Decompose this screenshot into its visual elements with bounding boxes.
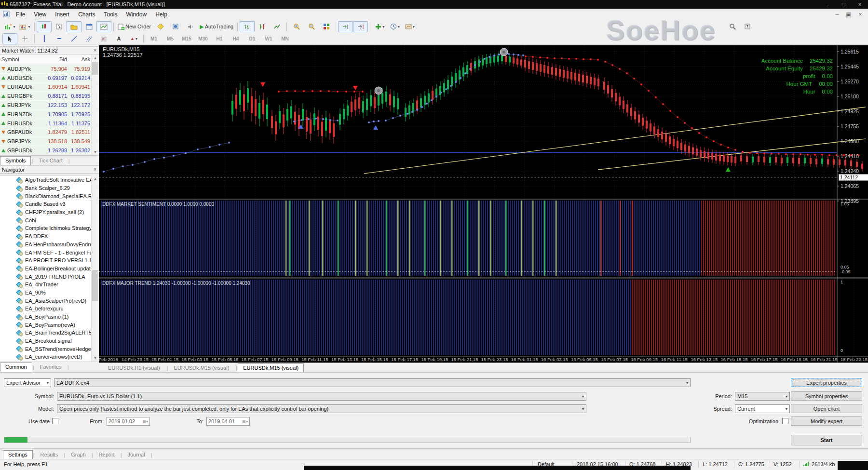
- tile-windows-button[interactable]: [319, 21, 334, 32]
- tab-tick-chart[interactable]: Tick Chart: [33, 156, 68, 165]
- publish-icon[interactable]: [740, 21, 755, 32]
- timeframe-m30[interactable]: M30: [195, 33, 211, 44]
- use-date-checkbox[interactable]: [52, 418, 58, 424]
- cursor-tool[interactable]: [2, 33, 17, 44]
- tester-type-select[interactable]: Expert Advisor▾: [4, 378, 51, 387]
- table-row[interactable]: EURAUDk1.609141.60941: [0, 83, 92, 92]
- bar-chart-button[interactable]: [240, 21, 255, 32]
- market-watch-toggle[interactable]: [37, 21, 52, 32]
- horizontal-line-tool[interactable]: ━: [52, 33, 67, 44]
- navigator-item[interactable]: EA_90%: [0, 289, 92, 297]
- tester-tab-settings[interactable]: Settings: [3, 450, 33, 459]
- search-icon[interactable]: [725, 21, 740, 32]
- new-chart-button[interactable]: + ▾: [2, 21, 17, 32]
- start-button[interactable]: Start: [791, 435, 862, 445]
- navigator-item[interactable]: BlackDiamond_SpecialEA.Real: [0, 192, 92, 200]
- timeframe-m1[interactable]: M1: [146, 33, 162, 44]
- expert-properties-button[interactable]: Expert properties: [791, 378, 862, 387]
- menu-item-window[interactable]: Window: [122, 9, 151, 20]
- navigator-item[interactable]: EA_BoyPasmo (1): [0, 313, 92, 321]
- navigator-scrollbar[interactable]: ▲ ▼: [91, 175, 99, 362]
- timeframe-m15[interactable]: M15: [178, 33, 195, 44]
- periods-button[interactable]: ▾: [387, 21, 402, 32]
- tester-tab-report[interactable]: Report: [94, 450, 120, 459]
- table-row[interactable]: GBPJPYk138.518138.549: [0, 137, 92, 146]
- symbol-combo[interactable]: EURUSDk, Euro vs US Dollar (1.1)▾: [57, 392, 586, 401]
- navigator-item[interactable]: EA DDFX: [0, 232, 92, 241]
- tester-tab-journal[interactable]: Journal: [122, 450, 150, 459]
- menu-item-tools[interactable]: Tools: [100, 9, 122, 20]
- navigator-item[interactable]: CHFJPY.parallax_sell (2): [0, 208, 92, 216]
- text-tool[interactable]: A: [111, 33, 126, 44]
- auto-scroll-button[interactable]: [338, 21, 353, 32]
- timeframe-mn[interactable]: MN: [277, 33, 293, 44]
- arrows-tool[interactable]: ▲▾: [126, 33, 141, 44]
- navigator-item[interactable]: EA HM SEF - 1 - Bengkel Forex -: [0, 248, 92, 256]
- spread-combo[interactable]: Current▾: [735, 404, 790, 413]
- zoom-out-button[interactable]: [304, 21, 319, 32]
- profiles-button[interactable]: ▾: [17, 21, 32, 32]
- terminal-toggle[interactable]: [81, 21, 96, 32]
- line-chart-button[interactable]: [270, 21, 285, 32]
- from-date-field[interactable]: 2019.01.02▦▾: [107, 417, 150, 426]
- navigator-item[interactable]: EA_AsiaScalperPro(revD): [0, 296, 92, 305]
- chart-shift-button[interactable]: [353, 21, 368, 32]
- child-minimize-button[interactable]: –: [831, 11, 843, 18]
- timeframe-h1[interactable]: H1: [211, 33, 228, 44]
- model-combo[interactable]: Open prices only (fastest method to anal…: [57, 404, 586, 413]
- navigator-item[interactable]: EA_BoyPasmo(revA): [0, 321, 92, 329]
- expert-advisors-button[interactable]: [168, 21, 183, 32]
- table-row[interactable]: AUDJPYk75.90475.919: [0, 65, 92, 74]
- zoom-in-button[interactable]: [289, 21, 304, 32]
- market-watch-scrollbar[interactable]: ▲ ▼: [91, 54, 99, 156]
- autotrading-button[interactable]: ▶ AutoTrading: [198, 21, 235, 32]
- market-watch-close-icon[interactable]: ×: [94, 48, 96, 53]
- templates-button[interactable]: ▾: [402, 21, 417, 32]
- column-header-ask[interactable]: Ask: [68, 56, 92, 62]
- timeframe-d1[interactable]: D1: [244, 33, 260, 44]
- menu-item-file[interactable]: File: [12, 9, 29, 20]
- table-row[interactable]: EURNZDk1.709051.70925: [0, 110, 92, 119]
- vertical-line-tool[interactable]: ┃: [37, 33, 52, 44]
- navigator-item[interactable]: EA HenProbarsarDovyEndrucai S: [0, 241, 92, 249]
- table-row[interactable]: GBPUSDk1.262881.26302: [0, 146, 92, 155]
- close-button[interactable]: ×: [852, 0, 868, 9]
- tab-common[interactable]: Common: [0, 363, 32, 372]
- navigator-item[interactable]: AlgoTradeSoft Innovative EA un: [0, 176, 92, 184]
- table-row[interactable]: AUDUSDk0.691970.69214: [0, 74, 92, 83]
- tester-tab-graph[interactable]: Graph: [66, 450, 91, 459]
- navigator-item[interactable]: EA_curver-arrows(revD): [0, 353, 92, 361]
- menu-item-charts[interactable]: Charts: [74, 9, 99, 20]
- navigator-item[interactable]: EA_BSTrend(removeHedge)lock: [0, 345, 92, 353]
- navigator-item[interactable]: EA_4hrTrader: [0, 281, 92, 289]
- metaeditor-button[interactable]: [153, 21, 168, 32]
- timeframe-h4[interactable]: H4: [228, 33, 244, 44]
- timeframe-w1[interactable]: W1: [260, 33, 277, 44]
- minimize-button[interactable]: –: [819, 0, 835, 9]
- to-date-field[interactable]: 2019.04.01▦▾: [206, 417, 250, 426]
- navigator-item[interactable]: EA_2019 TREND IYIOLA: [0, 272, 92, 281]
- period-combo[interactable]: M15▾: [735, 392, 790, 401]
- menu-item-insert[interactable]: Insert: [51, 9, 74, 20]
- modify-expert-button[interactable]: Modify expert: [791, 416, 862, 426]
- navigator-item[interactable]: Complete Ichimoku Strategy: [0, 224, 92, 232]
- tab-favorites[interactable]: Favorites: [34, 363, 67, 372]
- candlestick-button[interactable]: [255, 21, 270, 32]
- open-chart-button[interactable]: Open chart: [791, 404, 862, 413]
- chart-tab[interactable]: EURUSDk,M15 (visual): [238, 363, 304, 373]
- column-header-bid[interactable]: Bid: [44, 56, 68, 62]
- table-row[interactable]: EURJPYk122.153122.172: [0, 101, 92, 110]
- navigator-item[interactable]: EA_BrainTrend2SigALERT5: [0, 329, 92, 337]
- table-row[interactable]: EURGBPk0.881710.88195: [0, 92, 92, 101]
- channel-tool[interactable]: [81, 33, 96, 44]
- navigator-item[interactable]: Bank Scalper_6.29: [0, 184, 92, 192]
- navigator-item[interactable]: EA-BollingerBreakout updated v: [0, 265, 92, 273]
- strategy-tester-toggle[interactable]: [96, 21, 111, 32]
- optimization-checkbox[interactable]: [782, 418, 788, 424]
- chart-window[interactable]: EURUSDk,M15 1.24736 1.22517 Account Bala…: [99, 45, 868, 363]
- column-header-symbol[interactable]: Symbol: [0, 56, 44, 62]
- child-close-button[interactable]: ×: [854, 11, 866, 18]
- navigator-item[interactable]: EA PROFIT-PRO VERSI 1.1-LIE: [0, 256, 92, 265]
- chart-tab[interactable]: EURUSDk,H1 (visual): [103, 363, 165, 373]
- table-row[interactable]: GBPAUDk1.824791.82511: [0, 128, 92, 137]
